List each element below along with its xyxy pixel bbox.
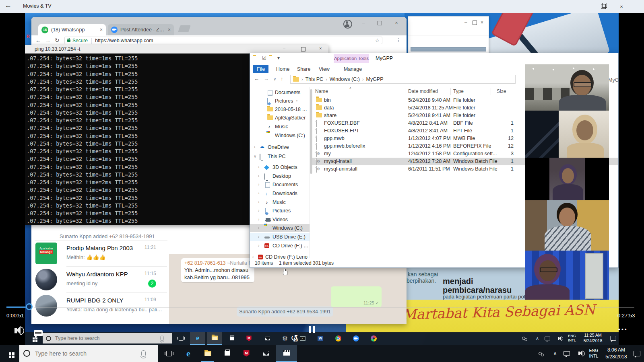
ribbon-tab-share[interactable]: Share	[293, 65, 314, 73]
task-view-button[interactable]	[160, 345, 178, 362]
recorded-tray-chevron-icon[interactable]: ∧	[533, 332, 542, 345]
sidebar-item-usb-drive[interactable]: › USB Drive (E:)	[250, 233, 310, 241]
tab-close-icon[interactable]: ×	[168, 27, 171, 33]
browser-menu-icon[interactable]: ⋮	[396, 37, 401, 43]
nav-up-icon[interactable]: ↑	[281, 76, 283, 82]
sidebar-item-windows-c2[interactable]: › Windows (C:)	[250, 224, 310, 232]
address-bar[interactable]: Secure | https://web.whatsapp.com ☆	[64, 37, 382, 44]
column-modified[interactable]: Date modified	[408, 88, 438, 94]
chat-row-wahyu[interactable]: Wahyu Ardiantoro KPP 11:15 meeting id ny…	[31, 267, 169, 292]
sidebar-item-3d-objects[interactable]: › 3D Objects	[250, 163, 310, 171]
breadcrumb-drive[interactable]: Windows (C:)	[330, 76, 360, 82]
browser-forward-icon[interactable]: →	[45, 37, 51, 43]
sidebar-item-music[interactable]: ♪ Music	[250, 123, 310, 131]
sidebar-item-onedrive[interactable]: › ☁ OneDrive	[250, 143, 310, 151]
restore-button[interactable]	[594, 0, 612, 13]
recorded-paint-icon[interactable]	[366, 332, 381, 345]
recorded-edge-icon[interactable]: e	[190, 332, 205, 345]
recorded-language-indicator[interactable]: ENGINTL	[565, 332, 579, 345]
column-size[interactable]: Size	[497, 88, 506, 94]
ribbon-tab-home[interactable]: Home	[272, 65, 293, 73]
sidebar-item-pictures[interactable]: Pictures⋆	[250, 97, 310, 105]
recorded-network-icon[interactable]	[543, 332, 552, 345]
ribbon-tab-view[interactable]: View	[315, 65, 333, 73]
people-icon[interactable]	[535, 345, 547, 362]
browser-back-icon[interactable]: ←	[35, 37, 41, 43]
tray-chevron-icon[interactable]: ∧	[550, 345, 560, 362]
skip-forward-30-button[interactable]: ↻30	[328, 344, 338, 345]
recorded-word-icon[interactable]: W	[313, 332, 328, 345]
breadcrumb-this-pc[interactable]: This PC	[305, 76, 323, 82]
minimize-icon[interactable]: –	[464, 20, 467, 25]
nav-back-icon[interactable]: ←	[254, 76, 259, 82]
recorded-zoom-icon[interactable]	[349, 332, 363, 345]
recorded-people-icon[interactable]	[519, 332, 530, 345]
cmd-maximize[interactable]	[301, 47, 305, 51]
volume-icon[interactable]	[573, 345, 585, 362]
qat-customize-icon[interactable]: ▾	[277, 55, 280, 61]
chrome-close[interactable]: ×	[390, 19, 402, 27]
language-indicator[interactable]: ENGINTL	[586, 345, 601, 362]
scrollbar[interactable]	[411, 47, 486, 51]
file-explorer-icon[interactable]	[199, 345, 217, 362]
chrome-minimize[interactable]: –	[357, 19, 369, 27]
breadcrumb[interactable]: › This PC › Windows (C:) › MyGPP	[290, 75, 516, 84]
breadcrumb-folder[interactable]: MyGPP	[366, 76, 383, 82]
cmd-minimize[interactable]: –	[283, 46, 285, 51]
new-tab-button[interactable]	[178, 25, 191, 32]
qat-properties-icon[interactable]: ☑	[262, 55, 266, 61]
minimize-button[interactable]: –	[576, 0, 594, 13]
skip-back-10-button[interactable]: ↺10	[291, 334, 301, 344]
close-button[interactable]: ×	[613, 0, 630, 13]
network-icon[interactable]	[561, 345, 572, 362]
recorded-chrome-icon[interactable]	[331, 332, 345, 345]
sidebar-scrollbar[interactable]	[310, 89, 312, 174]
chat-preview-partial[interactable]: Sunarto Kppn added +62 819-9534-1991	[60, 233, 160, 239]
sidebar-item-documents[interactable]: Documents⋆	[250, 88, 310, 97]
browser-refresh-icon[interactable]: ↻	[55, 37, 60, 43]
column-type[interactable]: Type	[453, 88, 464, 94]
sidebar-item-pictures2[interactable]: › Pictures	[250, 207, 310, 215]
recorded-file-explorer-icon[interactable]	[207, 332, 222, 345]
clock[interactable]: 8:06 AM5/28/2018	[602, 345, 630, 362]
recorded-search-input[interactable]	[54, 335, 157, 341]
more-options-icon[interactable]: •••	[618, 326, 628, 333]
mail-icon[interactable]	[257, 345, 275, 362]
chrome-maximize[interactable]	[374, 19, 386, 27]
seek-bar[interactable]	[34, 307, 634, 308]
sidebar-item-windows-c[interactable]: Windows (C:)	[250, 132, 310, 140]
tab-close-icon[interactable]: ×	[100, 27, 103, 33]
edge-icon[interactable]: e	[180, 345, 197, 362]
sidebar-item-cd-drive[interactable]: › oo. CD Drive (F:) Ler	[250, 242, 310, 250]
seek-handle[interactable]	[26, 303, 33, 310]
recorded-mail-icon[interactable]	[260, 332, 275, 345]
store-icon[interactable]	[218, 345, 236, 362]
search-box-remnant[interactable]: MyG	[608, 77, 619, 83]
recorded-task-view[interactable]	[174, 332, 188, 345]
sidebar-item-folder[interactable]: AplGajiSatker	[250, 114, 310, 122]
taskbar-search-input[interactable]	[34, 350, 137, 357]
sidebar-item-downloads[interactable]: › ↓ Downloads	[250, 189, 310, 197]
recorded-volume-icon[interactable]	[553, 332, 564, 345]
recorded-clock[interactable]: 11:25 AM5/24/2018	[580, 332, 606, 345]
movies-tv-icon-active[interactable]	[276, 345, 297, 362]
sidebar-item-documents2[interactable]: › Documents	[250, 181, 310, 189]
bookmark-star-icon[interactable]: ☆	[375, 37, 380, 43]
nav-recent-icon[interactable]: ∨	[273, 77, 276, 81]
start-button[interactable]	[2, 345, 19, 362]
chat-row-rumpi[interactable]: RUMPI BDG 2 ONLY 11:09 Yovita: lama dong…	[31, 294, 169, 318]
sidebar-item-music2[interactable]: › ♪ Music	[250, 198, 310, 206]
column-name[interactable]: Name	[315, 88, 328, 94]
recorded-search-box[interactable]	[43, 333, 172, 343]
tab-whatsapp[interactable]: 18 (18) WhatsApp ×	[38, 24, 106, 35]
recorded-action-center-icon[interactable]	[608, 332, 619, 345]
pause-button[interactable]	[309, 326, 315, 333]
taskbar-search-box[interactable]	[19, 345, 158, 362]
nav-forward-icon[interactable]: →	[264, 76, 269, 82]
recorded-settings-icon[interactable]: ⚙	[278, 332, 292, 345]
tab-zoom[interactable]: Post Attendee - Zoom ×	[108, 24, 174, 35]
mcafee-icon[interactable]: M	[237, 345, 255, 362]
sidebar-item-videos[interactable]: › Videos	[250, 216, 310, 224]
subtitles-icon[interactable]	[34, 330, 43, 336]
chat-row-prodip[interactable]: Apa kabar Malang? Prodip Malang Pbn 2003…	[31, 241, 169, 265]
